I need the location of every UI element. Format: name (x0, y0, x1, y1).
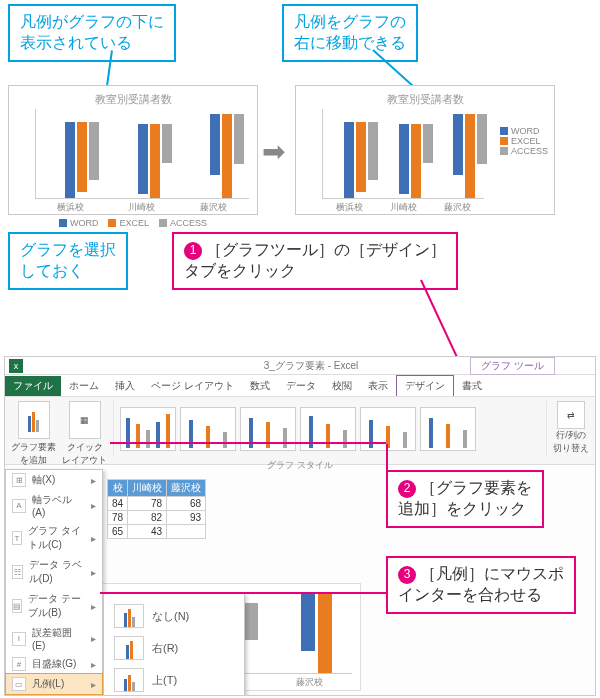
menu-item-data-table[interactable]: ▤データ テーブル(B)▸ (6, 589, 102, 623)
menu-item-error-bars[interactable]: I誤差範囲(E)▸ (6, 623, 102, 654)
xaxis-cat: 横浜校 (336, 201, 363, 214)
tab-design[interactable]: デザイン (396, 375, 454, 396)
quick-layout-button[interactable]: ▦ クイック レイアウト (62, 401, 107, 467)
cell[interactable]: 84 (108, 497, 128, 511)
menu-label: データ テーブル(B) (28, 592, 85, 620)
cell[interactable]: 68 (167, 497, 206, 511)
chevron-right-icon: ▸ (91, 475, 96, 486)
menu-item-trendline[interactable]: ↗近似曲線(T)▸ (6, 694, 102, 696)
legend-item: WORD (511, 126, 540, 136)
mini-chart-after: 教室別受講者数 横浜校 川崎校 藤沢校 WORD (295, 85, 555, 215)
ribbon: グラフ要素 を追加 ▦ クイック レイアウト ⇄ 行/列の 切り替え (5, 397, 595, 465)
menu-label: データ ラベル(D) (29, 558, 85, 586)
tab-format[interactable]: 書式 (454, 376, 490, 396)
menu-item-axis-titles[interactable]: A軸ラベル(A)▸ (6, 490, 102, 521)
submenu-item-top[interactable]: 上(T) (110, 664, 238, 696)
legend-item: ACCESS (170, 218, 207, 228)
xaxis-cat: 藤沢校 (296, 676, 323, 689)
cell[interactable]: 93 (167, 511, 206, 525)
instruction-text: ［グラフツール］の［デザイン］ タブをクリック (184, 241, 446, 279)
instruction-step1: 1［グラフツール］の［デザイン］ タブをクリック (172, 232, 458, 290)
legend-item: WORD (70, 218, 99, 228)
instruction-step3: 3［凡例］にマウスポ インターを合わせる (386, 556, 576, 614)
menu-item-data-labels[interactable]: ☷データ ラベル(D)▸ (6, 555, 102, 589)
tab-home[interactable]: ホーム (61, 376, 107, 396)
menu-label: 凡例(L) (32, 677, 64, 691)
legend-right: WORD EXCEL ACCESS (500, 126, 548, 156)
mini-chart-title: 教室別受講者数 (9, 92, 257, 107)
chevron-right-icon: ▸ (91, 633, 96, 644)
mini-chart-title: 教室別受講者数 (296, 92, 554, 107)
legend-bottom: WORD EXCEL ACCESS (9, 218, 257, 228)
col-header: 藤沢校 (167, 480, 206, 497)
col-header: 川崎校 (128, 480, 167, 497)
legend-submenu: なし(N) 右(R) 上(T) 左(L) 下(B) その他の凡例オプション(M)… (103, 593, 245, 696)
xaxis-cat: 藤沢校 (200, 201, 227, 214)
legend-item: EXCEL (511, 136, 541, 146)
style-thumb[interactable] (360, 407, 416, 451)
worksheet-fragment: 校 川崎校 藤沢校 847868 788293 6543 (107, 479, 206, 539)
switch-row-column-button[interactable]: ⇄ 行/列の 切り替え (553, 401, 589, 455)
instruction-text: ［グラフ要素を 追加］をクリック (398, 479, 532, 517)
axes-icon: ⊞ (12, 473, 26, 487)
error-bars-icon: I (12, 632, 26, 646)
chevron-right-icon: ▸ (91, 533, 96, 544)
style-thumb[interactable] (240, 407, 296, 451)
cell[interactable]: 78 (128, 497, 167, 511)
menu-label: 誤差範囲(E) (32, 626, 85, 651)
chevron-right-icon: ▸ (91, 500, 96, 511)
callout-before: 凡例がグラフの下に 表示されている (8, 4, 176, 62)
leader-step2 (110, 442, 386, 444)
submenu-item-none[interactable]: なし(N) (110, 600, 238, 632)
xaxis-cat: 川崎校 (128, 201, 155, 214)
chevron-right-icon: ▸ (91, 679, 96, 690)
mini-chart-area (35, 109, 249, 199)
tab-pagelayout[interactable]: ページ レイアウト (143, 376, 242, 396)
style-thumb[interactable] (420, 407, 476, 451)
style-thumb[interactable] (120, 407, 176, 451)
add-chart-element-icon (18, 401, 50, 439)
tab-review[interactable]: 校閲 (324, 376, 360, 396)
style-thumb[interactable] (300, 407, 356, 451)
callout-select: グラフを選択 しておく (8, 232, 128, 290)
menu-label: 軸(X) (32, 473, 55, 487)
add-chart-element-button[interactable]: グラフ要素 を追加 (11, 401, 56, 467)
gridlines-icon: # (12, 657, 26, 671)
callout-after: 凡例をグラフの 右に移動できる (282, 4, 418, 62)
chart-title-icon: T (12, 531, 22, 545)
cell[interactable]: 43 (128, 525, 167, 539)
switch-icon: ⇄ (557, 401, 585, 429)
menu-item-axes[interactable]: ⊞軸(X)▸ (6, 470, 102, 490)
submenu-item-right[interactable]: 右(R) (110, 632, 238, 664)
cell[interactable] (167, 525, 206, 539)
quick-layout-icon: ▦ (69, 401, 101, 439)
cell[interactable]: 65 (108, 525, 128, 539)
menu-item-chart-title[interactable]: Tグラフ タイトル(C)▸ (6, 521, 102, 555)
tab-formulas[interactable]: 数式 (242, 376, 278, 396)
tab-insert[interactable]: 挿入 (107, 376, 143, 396)
ribbon-tabstrip: ファイル ホーム 挿入 ページ レイアウト 数式 データ 校閲 表示 デザイン … (5, 375, 595, 397)
step-number-2: 2 (398, 480, 416, 498)
cell[interactable]: 82 (128, 511, 167, 525)
menu-label: 目盛線(G) (32, 657, 76, 671)
menu-item-legend[interactable]: ▭凡例(L)▸ (5, 673, 103, 695)
excel-icon: x (9, 359, 23, 373)
document-title: 3_グラフ要素 - Excel (264, 359, 358, 373)
legend-top-icon (114, 668, 144, 692)
style-thumb[interactable] (180, 407, 236, 451)
menu-item-gridlines[interactable]: #目盛線(G)▸ (6, 654, 102, 674)
chart-styles-gallery[interactable] (113, 401, 547, 457)
tab-data[interactable]: データ (278, 376, 324, 396)
tab-view[interactable]: 表示 (360, 376, 396, 396)
leader-step2v (386, 444, 388, 474)
cell[interactable]: 78 (108, 511, 128, 525)
mini-chart-xaxis: 横浜校 川崎校 藤沢校 (322, 201, 484, 214)
tab-file[interactable]: ファイル (5, 376, 61, 396)
xaxis-cat: 藤沢校 (444, 201, 471, 214)
chevron-right-icon: ▸ (91, 567, 96, 578)
mini-chart-xaxis: 横浜校 川崎校 藤沢校 (35, 201, 249, 214)
menu-label: グラフ タイトル(C) (28, 524, 85, 552)
button-label: グラフ要素 を追加 (11, 441, 56, 467)
axis-titles-icon: A (12, 499, 26, 513)
mini-chart-area (322, 109, 484, 199)
